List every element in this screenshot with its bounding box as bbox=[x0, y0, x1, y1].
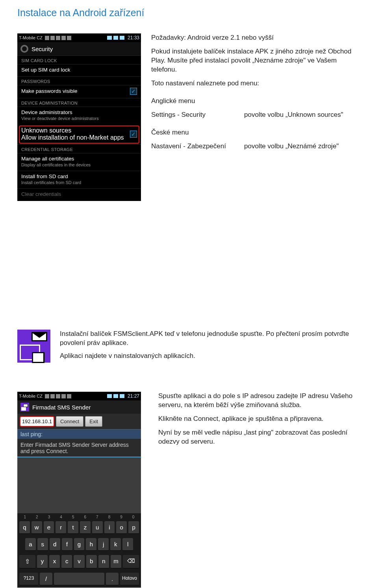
category-credential-storage: CREDENTIAL STORAGE bbox=[17, 144, 141, 153]
keyboard-row: a s d f g h j k l bbox=[17, 536, 141, 553]
key-w[interactable]: w bbox=[32, 521, 42, 534]
row-subtitle: Allow installation of non-Market apps bbox=[21, 134, 124, 141]
status-icon bbox=[67, 36, 71, 40]
key-e[interactable]: e bbox=[44, 521, 54, 534]
menu-heading-cz: České menu bbox=[151, 128, 364, 137]
page-title: Instalace na Android zařízení bbox=[0, 0, 378, 18]
row-unknown-sources[interactable]: Unknown sources Allow installation of no… bbox=[21, 127, 137, 141]
key-hint: 7 bbox=[96, 515, 98, 519]
status-icon bbox=[45, 394, 49, 398]
row-clear-credentials: Clear credentials bbox=[17, 188, 141, 201]
row-label: Clear credentials bbox=[21, 191, 137, 197]
key-c[interactable]: c bbox=[61, 555, 72, 569]
key-hint: 9 bbox=[120, 515, 122, 519]
key-hint: 6 bbox=[84, 515, 86, 519]
server-address-input[interactable]: Enter Firmadat SMS Sender Server address… bbox=[17, 439, 141, 457]
key-hint: 8 bbox=[108, 515, 111, 519]
firmadat-app-icon bbox=[20, 403, 29, 411]
key-j[interactable]: j bbox=[98, 538, 109, 551]
key-o[interactable]: o bbox=[116, 521, 127, 534]
key-backspace[interactable] bbox=[123, 555, 139, 569]
fsmsclient-app-icon bbox=[17, 330, 50, 363]
key-h[interactable]: h bbox=[86, 538, 96, 551]
checkbox-checked-icon[interactable] bbox=[130, 131, 137, 138]
status-right-icons: 21:33 bbox=[107, 35, 139, 41]
key-hint: 3 bbox=[48, 515, 50, 519]
row-subtitle: View or deactivate device administrators bbox=[21, 116, 137, 121]
status-icon bbox=[61, 36, 66, 40]
key-n[interactable]: n bbox=[98, 555, 109, 569]
status-bar: T-Mobile CZ 21:33 bbox=[17, 33, 141, 42]
battery-icon bbox=[120, 36, 124, 40]
status-bar: T-Mobile CZ 21:27 bbox=[17, 392, 141, 400]
row-label: Set up SIM card lock bbox=[21, 67, 137, 73]
key-l[interactable]: l bbox=[122, 538, 133, 551]
key-k[interactable]: k bbox=[110, 538, 121, 551]
key-z[interactable]: z bbox=[80, 521, 91, 534]
row-device-administrators[interactable]: Device administrators View or deactivate… bbox=[17, 107, 141, 124]
envelope-icon bbox=[32, 332, 47, 341]
key-t[interactable]: t bbox=[68, 521, 78, 534]
row-label: Unknown sources bbox=[21, 127, 124, 134]
status-right-icons: 21:27 bbox=[107, 393, 139, 399]
key-s[interactable]: s bbox=[37, 538, 48, 551]
key-dot[interactable]: . bbox=[106, 573, 119, 586]
connect-button[interactable]: Connect bbox=[56, 416, 83, 427]
keyboard-row: q w e r t z u i o p bbox=[17, 519, 141, 536]
row-label: Install from SD card bbox=[21, 173, 137, 180]
key-r[interactable]: r bbox=[56, 521, 66, 534]
status-clock: 21:33 bbox=[128, 35, 139, 41]
status-icon bbox=[45, 36, 49, 40]
gear-icon bbox=[20, 45, 28, 53]
soft-keyboard: 1 2 3 4 5 6 7 8 9 0 q w e r t z u i o bbox=[17, 513, 141, 588]
key-p[interactable]: p bbox=[128, 521, 139, 534]
section-settings: T-Mobile CZ 21:33 Security SIM CARD LOCK… bbox=[17, 33, 364, 201]
key-space[interactable] bbox=[54, 573, 104, 586]
key-hint: 4 bbox=[60, 515, 62, 519]
install-text: Instalační balíček FSMSclient.APK teď v … bbox=[60, 330, 364, 348]
battery-icon bbox=[120, 394, 124, 398]
key-v[interactable]: v bbox=[74, 555, 84, 569]
key-a[interactable]: a bbox=[25, 538, 36, 551]
key-d[interactable]: d bbox=[50, 538, 60, 551]
app-title: Security bbox=[32, 46, 53, 52]
install-text-column: Instalační balíček FSMSclient.APK teď v … bbox=[60, 330, 364, 361]
keyboard-row: y x c v b n m bbox=[17, 553, 141, 571]
key-m[interactable]: m bbox=[111, 555, 121, 569]
instruction-text: Pokud instalujete balíček instalace APK … bbox=[151, 47, 364, 74]
status-icon bbox=[50, 36, 55, 40]
category-sim-lock: SIM CARD LOCK bbox=[17, 55, 141, 64]
row-install-from-sd[interactable]: Install from SD card Install certificate… bbox=[17, 171, 141, 188]
key-i[interactable]: i bbox=[104, 521, 115, 534]
exit-button[interactable]: Exit bbox=[85, 416, 102, 427]
last-ping-label: last ping: bbox=[17, 429, 141, 439]
key-shift[interactable] bbox=[19, 555, 35, 569]
key-b[interactable]: b bbox=[86, 555, 97, 569]
signal-icon bbox=[113, 394, 118, 398]
menu-path-cz: Nastavení - Zabezpečení povolte volbu „N… bbox=[151, 142, 364, 151]
row-subtitle: Display all certificates in the devices bbox=[21, 162, 137, 168]
key-y[interactable]: y bbox=[37, 555, 48, 569]
checkbox-checked-icon[interactable] bbox=[130, 88, 137, 95]
signal-icon bbox=[113, 36, 118, 40]
key-slash[interactable]: / bbox=[40, 573, 52, 586]
key-hint: 2 bbox=[36, 515, 38, 519]
key-symbols[interactable]: ?123 bbox=[19, 573, 38, 586]
status-icons bbox=[45, 36, 71, 40]
row-sim-lock[interactable]: Set up SIM card lock bbox=[17, 64, 141, 76]
key-g[interactable]: g bbox=[74, 538, 85, 551]
run-text: Spusťte aplikaci a do pole s IP adresou … bbox=[158, 392, 364, 410]
key-q[interactable]: q bbox=[19, 521, 30, 534]
screenshot-security-settings: T-Mobile CZ 21:33 Security SIM CARD LOCK… bbox=[17, 33, 141, 201]
ip-address-value: 192.168.10.1 bbox=[22, 418, 52, 424]
menu-heading-en: Anglické menu bbox=[151, 97, 364, 106]
key-done[interactable]: Hotovo bbox=[120, 573, 139, 586]
row-manage-certificates[interactable]: Manage all certificates Display all cert… bbox=[17, 153, 141, 171]
key-f[interactable]: f bbox=[62, 538, 72, 551]
ip-address-input[interactable]: 192.168.10.1 bbox=[20, 416, 54, 427]
menu-path-left: Settings - Security bbox=[151, 111, 230, 120]
key-x[interactable]: x bbox=[49, 555, 60, 569]
carrier-label: T-Mobile CZ bbox=[19, 35, 43, 40]
row-make-passwords-visible[interactable]: Make passwords visible bbox=[17, 85, 141, 98]
key-u[interactable]: u bbox=[92, 521, 103, 534]
